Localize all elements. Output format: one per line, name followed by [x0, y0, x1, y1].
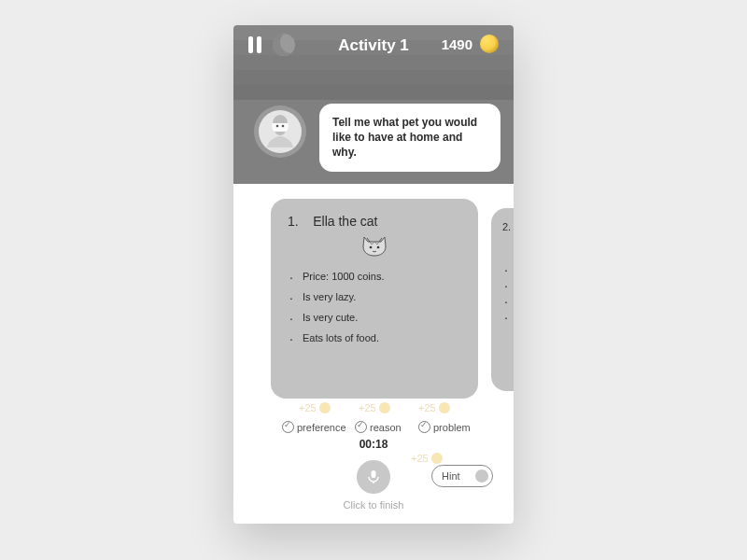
- coin-icon: [480, 35, 499, 53]
- header: Activity 1 1490 Tell me what pet you wou…: [233, 25, 514, 184]
- finish-label[interactable]: Click to finish: [233, 499, 514, 511]
- svg-point-5: [377, 246, 380, 249]
- check-icon: [355, 421, 367, 433]
- cat-icon: [360, 234, 388, 259]
- pet-card-2[interactable]: 2. Pri Nee Eat (in Is v: [491, 208, 514, 391]
- coin-icon: [319, 402, 331, 413]
- tutor-avatar: [254, 105, 306, 158]
- check-problem: problem: [418, 421, 471, 433]
- card-bullets: Price: 1000 coins. Is very lazy. Is very…: [288, 266, 461, 348]
- card-bullets: Pri Nee Eat (in Is v: [502, 259, 514, 322]
- timer: 00:18: [233, 438, 514, 451]
- score-value: 1490: [442, 36, 472, 52]
- svg-point-4: [370, 246, 373, 249]
- card-num: 2.: [502, 221, 514, 232]
- check-icon: [282, 421, 294, 433]
- mic-button[interactable]: [357, 460, 390, 494]
- hint-label: Hint: [442, 470, 460, 482]
- svg-rect-6: [372, 470, 376, 478]
- toggle-knob: [475, 469, 488, 483]
- coin-icon: [431, 453, 443, 464]
- hint-toggle[interactable]: Hint: [431, 465, 493, 487]
- bonus-row: +25 +25 +25: [233, 402, 514, 423]
- bonus-extra: +25: [411, 453, 443, 464]
- card-title: Ella the cat: [313, 214, 377, 229]
- svg-point-3: [282, 125, 285, 128]
- coin-icon: [379, 402, 390, 413]
- prompt-bubble: Tell me what pet you would like to have …: [319, 104, 500, 172]
- mic-icon: [366, 469, 381, 484]
- check-preference: preference: [282, 421, 346, 433]
- check-reason: reason: [355, 421, 402, 433]
- criteria-row: preference reason problem: [233, 421, 514, 440]
- check-icon: [418, 421, 430, 433]
- card-num: 1.: [288, 214, 299, 229]
- pet-card-1[interactable]: 1. Ella the cat Price: 1000 coins. Is ve…: [271, 199, 478, 399]
- svg-point-2: [276, 125, 279, 128]
- coin-icon: [439, 402, 450, 413]
- cards-carousel[interactable]: 1. Ella the cat Price: 1000 coins. Is ve…: [233, 199, 514, 413]
- app-screen: Activity 1 1490 Tell me what pet you wou…: [233, 25, 514, 524]
